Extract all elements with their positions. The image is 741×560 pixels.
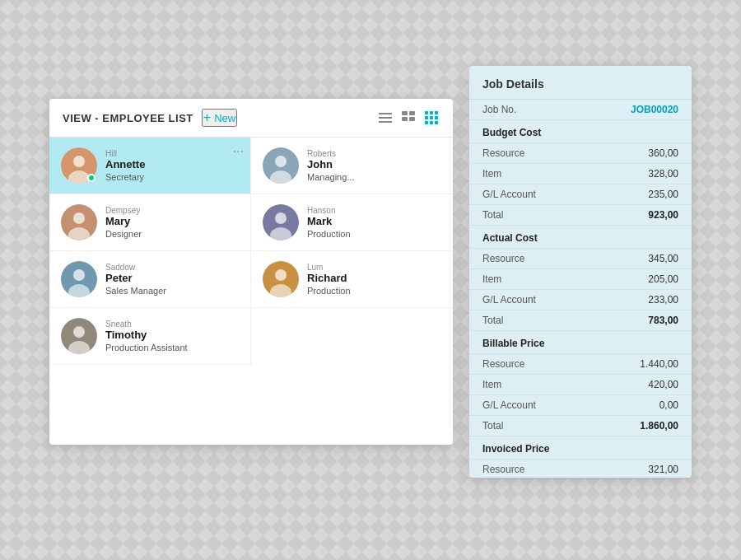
row-label: Total [482,420,503,432]
section-name: Invoiced Price [482,443,549,455]
row-value: 235,00 [648,189,678,200]
svg-rect-14 [430,121,433,124]
svg-rect-1 [379,117,392,119]
job-details-panel: Job Details Job No.JOB00020Budget CostRe… [469,66,692,478]
row-value: 345,00 [648,253,678,264]
row-label: Resource [482,358,524,370]
row-value: 321,00 [648,464,678,475]
card-name: Mark [307,215,351,227]
card-info: HansonMarkProduction [307,206,351,239]
svg-rect-7 [425,111,428,114]
row-label: Total [482,315,503,326]
avatar [263,147,299,184]
svg-rect-15 [435,121,438,124]
employee-card[interactable]: RobertsJohnManaging... [251,138,453,194]
card-info: DempseyMaryDesigner [105,206,142,239]
detail-row: Item205,00 [469,269,692,290]
svg-point-35 [73,326,85,338]
card-surname: Hanson [307,206,351,215]
detail-row: Total923,00 [469,205,692,226]
detail-row: Resource1.440,00 [469,354,692,375]
card-role: Designer [105,229,142,239]
list-view-icon[interactable] [377,110,394,126]
svg-rect-4 [409,111,415,115]
detail-row: Total1.860,00 [469,416,692,436]
svg-point-17 [73,156,85,167]
row-value: 1.860,00 [640,420,678,432]
avatar [61,261,97,297]
card-info: SaddowPeterSales Manager [105,263,166,296]
card-role: Production Assistant [105,343,188,352]
row-label: G/L Account [482,399,536,411]
employee-card[interactable]: SaddowPeterSales Manager [49,251,251,308]
card-surname: Dempsey [105,206,142,215]
row-value: 923,00 [648,209,678,221]
employee-card[interactable]: DempseyMaryDesigner [49,194,251,251]
online-indicator [87,174,96,182]
row-label: Item [482,379,501,390]
card-surname: Hill [105,149,145,158]
card-info: SneathTimothyProduction Assistant [105,320,188,352]
avatar [263,261,299,297]
card-surname: Lum [307,263,351,272]
job-no-label: Job No. [482,104,516,115]
card-info: LumRichardProduction [307,263,351,296]
job-no-row: Job No.JOB00020 [469,100,692,120]
section-name: Billable Price [482,338,544,349]
new-button[interactable]: + New [202,109,237,127]
avatar [61,318,97,354]
card-menu-icon[interactable]: ··· [233,144,244,159]
job-no-value: JOB00020 [631,104,678,115]
employee-card[interactable]: HillAnnetteSecretary··· [49,138,251,194]
row-value: 328,00 [648,168,678,180]
card-role: Production [307,286,351,296]
svg-rect-0 [379,113,392,114]
card-name: Richard [307,272,351,284]
row-label: Resource [482,253,524,264]
svg-point-32 [275,269,287,281]
employee-grid: HillAnnetteSecretary··· RobertsJohnManag… [49,138,453,365]
panel-header: VIEW - EMPLOYEE LIST + New [49,99,453,138]
svg-rect-5 [402,117,408,121]
detail-row: Total783,00 [469,310,692,331]
card-surname: Sneath [105,320,188,329]
detail-row: Item328,00 [469,164,692,184]
card-name: Peter [105,272,166,284]
employee-card[interactable]: SneathTimothyProduction Assistant [49,308,251,365]
card-view-icon[interactable] [400,110,417,126]
row-label: Item [482,168,501,180]
avatar [61,204,97,240]
card-surname: Saddow [105,263,166,272]
svg-rect-9 [435,111,438,114]
svg-rect-11 [430,116,433,119]
section-header: Billable Price [469,331,692,354]
grid-view-icon[interactable] [423,110,440,126]
view-icons [377,110,440,126]
row-value: 0,00 [659,399,678,411]
row-value: 205,00 [648,273,678,285]
employee-card[interactable]: LumRichardProduction [251,251,453,308]
svg-rect-2 [379,121,392,123]
section-name: Budget Cost [482,127,541,138]
new-label: New [214,112,235,124]
avatar [263,204,299,240]
card-role: Secretary [105,172,145,182]
section-header: Actual Cost [469,226,692,249]
employee-card[interactable]: HansonMarkProduction [251,194,453,251]
section-header: Budget Cost [469,120,692,143]
detail-row: Item420,00 [469,375,692,395]
detail-row: Resource360,00 [469,143,692,164]
svg-rect-13 [425,121,428,124]
detail-row: Resource345,00 [469,249,692,269]
row-value: 783,00 [648,315,678,326]
card-role: Production [307,229,351,239]
card-surname: Roberts [307,149,354,158]
card-name: Mary [105,215,142,227]
svg-point-20 [275,156,287,167]
card-info: HillAnnetteSecretary [105,149,145,182]
detail-row: G/L Account0,00 [469,395,692,416]
svg-point-26 [275,212,287,224]
card-role: Managing... [307,172,354,182]
row-label: Total [482,209,503,221]
employee-list-panel: VIEW - EMPLOYEE LIST + New [49,99,453,445]
